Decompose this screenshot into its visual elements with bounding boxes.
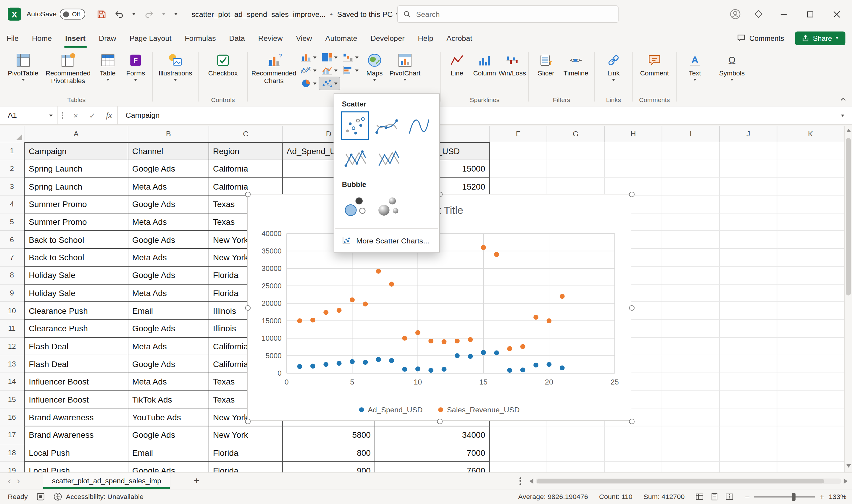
tab-data[interactable]: Data (222, 28, 252, 48)
cell[interactable] (777, 142, 844, 160)
status-count[interactable]: Count: 110 (599, 493, 633, 501)
cell[interactable]: Flash Deal (24, 338, 128, 355)
account-avatar[interactable] (725, 4, 746, 24)
column-header[interactable]: F (490, 126, 547, 142)
slicer-button[interactable]: Slicer (532, 50, 560, 79)
cell[interactable] (490, 178, 547, 196)
undo-button[interactable] (111, 6, 127, 22)
sparkline-column-button[interactable]: Column (470, 50, 499, 79)
cell[interactable] (720, 338, 777, 355)
cell[interactable] (777, 391, 844, 409)
cell[interactable] (547, 160, 605, 178)
row-number[interactable]: 6 (0, 231, 24, 249)
tab-home[interactable]: Home (25, 28, 58, 48)
collapse-ribbon-button[interactable] (840, 96, 846, 103)
redo-dropdown[interactable] (158, 6, 169, 22)
share-button[interactable]: Share (795, 31, 846, 45)
cell[interactable] (547, 444, 605, 462)
cell[interactable]: Summer Promo (24, 196, 128, 213)
search-bar[interactable] (397, 5, 619, 23)
enter-button[interactable]: ✓ (84, 107, 101, 125)
recommended-charts-button[interactable]: ? Recommended Charts (251, 50, 297, 87)
cell[interactable]: Back to School (24, 249, 128, 267)
close-button[interactable] (824, 3, 849, 25)
expand-formula-bar-button[interactable] (833, 107, 852, 125)
cell[interactable] (720, 391, 777, 409)
cell[interactable]: Influencer Boost (24, 391, 128, 409)
cell[interactable]: Influencer Boost (24, 373, 128, 391)
cell[interactable] (490, 462, 547, 472)
cell[interactable] (605, 160, 662, 178)
chart-resize-handle[interactable] (245, 192, 251, 197)
tab-draw[interactable]: Draw (92, 28, 123, 48)
cell[interactable]: Local Push (24, 462, 128, 472)
cell[interactable] (720, 196, 777, 213)
cell[interactable] (663, 142, 720, 160)
insert-function-button[interactable]: fx (101, 107, 117, 125)
macro-record-button[interactable] (37, 492, 45, 501)
vertical-scroll-thumb[interactable] (846, 138, 851, 295)
cell[interactable] (720, 178, 777, 196)
cell[interactable] (663, 231, 720, 249)
cell[interactable] (777, 178, 844, 196)
cell[interactable] (663, 160, 720, 178)
sparkline-line-button[interactable]: Line (444, 50, 470, 79)
chart-type-combo-button[interactable] (319, 64, 340, 77)
row-number[interactable]: 9 (0, 284, 24, 302)
scroll-down-arrow[interactable] (846, 464, 851, 468)
horizontal-scroll-track[interactable] (536, 478, 841, 484)
tab-file[interactable]: File (0, 28, 25, 48)
horizontal-scroll-thumb[interactable] (537, 479, 824, 483)
cell[interactable] (777, 426, 844, 444)
cell[interactable]: 800 (283, 444, 375, 462)
sparkline-winloss-button[interactable]: Win/Loss (499, 50, 526, 79)
cell[interactable]: Google Ads (128, 196, 209, 213)
pivottable-button[interactable]: PivotTable (3, 50, 43, 83)
minimize-button[interactable] (771, 3, 796, 25)
page-layout-view-button[interactable] (711, 492, 719, 501)
cell[interactable]: Meta Ads (128, 284, 209, 302)
cell[interactable] (777, 302, 844, 320)
cell[interactable] (605, 444, 662, 462)
row-number[interactable]: 5 (0, 213, 24, 231)
cell[interactable] (720, 160, 777, 178)
chart-type-scatter-button[interactable] (319, 77, 340, 90)
cell[interactable]: Google Ads (128, 462, 209, 472)
cell[interactable] (663, 284, 720, 302)
cell[interactable]: Meta Ads (128, 178, 209, 196)
page-break-preview-button[interactable] (726, 492, 734, 501)
cell[interactable] (720, 249, 777, 267)
cell[interactable] (490, 444, 547, 462)
comments-button[interactable]: Comments (731, 31, 790, 44)
link-button[interactable]: Link (603, 50, 623, 83)
cell[interactable] (490, 142, 547, 160)
formula-input[interactable]: Campaign (117, 107, 833, 125)
scatter-option[interactable] (341, 111, 369, 140)
undo-dropdown[interactable] (128, 6, 139, 22)
meet-now-icon[interactable] (748, 4, 769, 24)
zoom-in-button[interactable]: + (819, 492, 824, 501)
cell[interactable] (663, 178, 720, 196)
cell[interactable] (720, 409, 777, 426)
scatter-lines-option[interactable] (374, 144, 403, 173)
column-header[interactable]: A (24, 126, 128, 142)
cell[interactable] (777, 213, 844, 231)
cell[interactable] (777, 249, 844, 267)
cell[interactable]: Meta Ads (128, 373, 209, 391)
cell[interactable]: Meta Ads (128, 213, 209, 231)
cell[interactable]: Email (128, 302, 209, 320)
scroll-left-arrow[interactable] (529, 478, 533, 484)
accessibility-status[interactable]: Accessibility: Unavailable (54, 492, 144, 501)
new-sheet-button[interactable]: + (189, 474, 204, 488)
row-number[interactable]: 16 (0, 409, 24, 426)
cell[interactable]: Brand Awareness (24, 426, 128, 444)
normal-view-button[interactable] (696, 492, 704, 501)
cell[interactable]: Summer Promo (24, 213, 128, 231)
cell[interactable] (720, 213, 777, 231)
tab-view[interactable]: View (289, 28, 319, 48)
comment-button[interactable]: Comment (637, 50, 672, 79)
cell[interactable] (663, 355, 720, 373)
column-header[interactable]: J (720, 126, 777, 142)
cell[interactable] (777, 284, 844, 302)
tab-review[interactable]: Review (252, 28, 289, 48)
